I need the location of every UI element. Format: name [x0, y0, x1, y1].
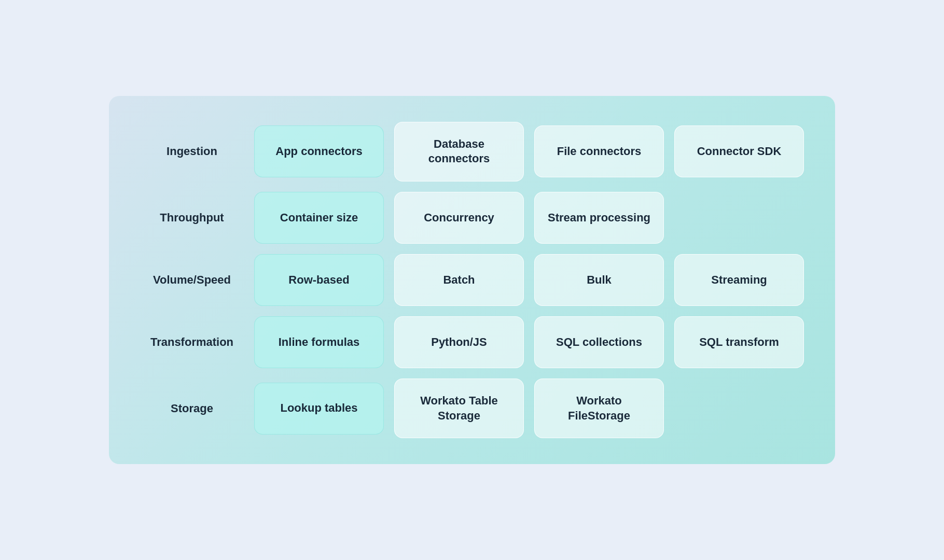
main-container: IngestionApp connectorsDatabase connecto…	[109, 96, 835, 464]
cell-database-connectors: Database connectors	[394, 122, 524, 181]
cell-batch: Batch	[394, 254, 524, 306]
row-label-ingestion: Ingestion	[140, 139, 244, 163]
cell-sql-collections: SQL collections	[534, 316, 664, 368]
cell-container-size: Container size	[254, 192, 384, 244]
row-label-volume-speed: Volume/Speed	[140, 268, 244, 292]
cell-inline-formulas: Inline formulas	[254, 316, 384, 368]
cell-connector-sdk: Connector SDK	[674, 125, 804, 177]
row-label-transformation: Transformation	[140, 330, 244, 354]
cell-concurrency: Concurrency	[394, 192, 524, 244]
cell-bulk: Bulk	[534, 254, 664, 306]
cell-python-js: Python/JS	[394, 316, 524, 368]
cell-row-based: Row-based	[254, 254, 384, 306]
cell-lookup-tables: Lookup tables	[254, 383, 384, 435]
cell-sql-transform: SQL transform	[674, 316, 804, 368]
feature-grid: IngestionApp connectorsDatabase connecto…	[140, 122, 804, 438]
cell-streaming: Streaming	[674, 254, 804, 306]
row-label-throughput: Throughput	[140, 206, 244, 230]
row-label-storage: Storage	[140, 397, 244, 421]
cell-app-connectors: App connectors	[254, 125, 384, 177]
cell-workato-table-storage: Workato Table Storage	[394, 379, 524, 438]
cell-workato-filestorage: Workato FileStorage	[534, 379, 664, 438]
cell-file-connectors: File connectors	[534, 125, 664, 177]
cell-stream-processing: Stream processing	[534, 192, 664, 244]
